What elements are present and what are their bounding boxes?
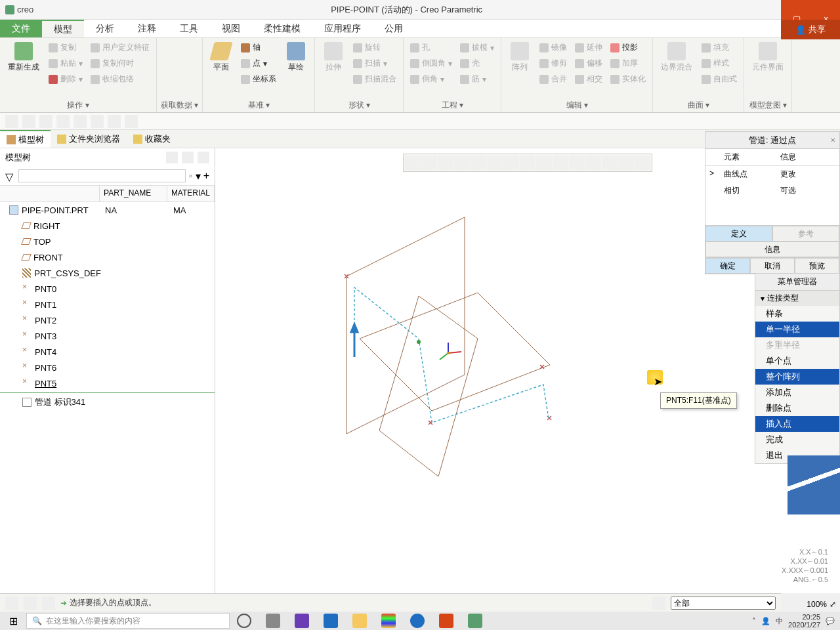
plane-button[interactable]: 平面 [207, 41, 236, 74]
draft-button[interactable]: 拔模 ▾ [457, 41, 497, 54]
tree-row[interactable]: 管道 标识341 [0, 394, 215, 410]
tray-people-icon[interactable]: 👤 [761, 617, 770, 625]
intersect-button[interactable]: 相交 [572, 72, 605, 86]
tree-row[interactable]: PNT2 [0, 312, 215, 328]
info-button[interactable]: 信息 [705, 242, 839, 257]
zoom-fit-icon[interactable]: ⤢ [830, 600, 836, 609]
copy-many-button[interactable]: 复制何时 [88, 56, 152, 70]
tree-row[interactable]: PNT5 [0, 375, 215, 391]
task-edge[interactable] [403, 612, 432, 630]
menu-manager[interactable]: 菜单管理器 ▾连接类型 样条单一半径多重半径单个点整个阵列添加点删除点插入点完成… [755, 273, 840, 464]
tray-notif-icon[interactable]: 💬 [826, 617, 835, 625]
ppt-share-button[interactable]: 👤 共享 [781, 20, 840, 39]
tab-common[interactable]: 公用 [373, 20, 415, 37]
sb-find-icon[interactable] [652, 597, 665, 610]
filter-icon[interactable]: ▽ [5, 171, 16, 181]
menu-item[interactable]: 样条 [755, 306, 839, 322]
tab-flex[interactable]: 柔性建模 [252, 20, 312, 37]
rib-button[interactable]: 筋 ▾ [457, 72, 497, 86]
tab-apps[interactable]: 应用程序 [312, 20, 373, 37]
tree-row[interactable]: PNT6 [0, 360, 215, 375]
preview-button[interactable]: 预览 [795, 258, 839, 274]
qat-new-icon[interactable] [5, 115, 18, 128]
tree-row[interactable]: FRONT [0, 249, 215, 265]
start-button[interactable]: ⊞ [0, 612, 26, 630]
point-button[interactable]: 点 ▾ [238, 56, 279, 70]
mirror-button[interactable]: 镜像 [537, 41, 570, 54]
tree-row[interactable]: PNT0 [0, 281, 215, 297]
menu-item[interactable]: 删除点 [755, 400, 839, 416]
tree-filter-input[interactable] [18, 169, 186, 182]
tree-row[interactable]: TOP [0, 234, 215, 249]
menu-item[interactable]: 插入点 [755, 416, 839, 432]
chamfer-button[interactable]: 倒圆角 ▾ [408, 56, 455, 70]
delete-button[interactable]: 删除 ▾ [46, 72, 85, 86]
task-cortana[interactable] [230, 612, 259, 630]
freestyle-button[interactable]: 自由式 [699, 72, 740, 86]
compintf-button[interactable]: 元件界面 [748, 41, 788, 74]
tree-row[interactable]: PNT4 [0, 344, 215, 360]
tray-ime[interactable]: 中 [776, 616, 783, 626]
tab-annotate[interactable]: 注释 [126, 20, 168, 37]
csys-button[interactable]: 坐标系 [238, 72, 279, 86]
tray-clock[interactable]: 20:25 2020/1/27 [788, 613, 820, 629]
pipe-element-row[interactable]: >曲线点更改 [705, 166, 839, 182]
pattern-button[interactable]: 阵列 [505, 41, 534, 74]
sb-tree-icon[interactable] [5, 597, 18, 610]
merge-button[interactable]: 合并 [537, 72, 570, 86]
menu-item[interactable]: 单一半径 [755, 322, 839, 337]
extrude-button[interactable]: 拉伸 [319, 41, 348, 74]
paste-button[interactable]: 粘贴 ▾ [46, 56, 85, 70]
shell-button[interactable]: 壳 [457, 56, 497, 70]
filter-dropdown-icon[interactable]: ▾ [196, 170, 201, 182]
trim-button[interactable]: 修剪 [537, 56, 570, 70]
qat-regen-icon[interactable] [91, 115, 104, 128]
menu-item[interactable]: 添加点 [755, 385, 839, 400]
axis-button[interactable]: 轴 [238, 41, 279, 54]
task-creo[interactable] [461, 612, 490, 630]
fill-button[interactable]: 填充 [699, 41, 740, 54]
filter-add-icon[interactable]: + [203, 170, 209, 182]
qat-close-icon[interactable] [125, 115, 138, 128]
task-outlook[interactable] [316, 612, 345, 630]
project-button[interactable]: 投影 [608, 41, 648, 54]
solidify-button[interactable]: 实体化 [608, 72, 648, 86]
offset-button[interactable]: 偏移 [572, 56, 605, 70]
task-explorer[interactable] [345, 612, 374, 630]
thicken-button[interactable]: 加厚 [608, 56, 648, 70]
extend-button[interactable]: 延伸 [572, 41, 605, 54]
boundary-button[interactable]: 边界混合 [657, 41, 696, 74]
sweep-button[interactable]: 扫描 ▾ [350, 56, 399, 70]
dialog-close-icon[interactable]: × [830, 135, 835, 145]
pipe-dialog[interactable]: 管道: 通过点 × 元素 信息 >曲线点更改相切可选 定义 参考 信息 确定 取… [705, 131, 840, 274]
tree-list[interactable]: PIPE-POINT.PRTNAMARIGHTTOPFRONTPRT_CSYS_… [0, 202, 215, 593]
tree-settings-icon[interactable] [166, 152, 178, 163]
tab-model[interactable]: 模型 [42, 20, 84, 37]
tab-analysis[interactable]: 分析 [84, 20, 126, 37]
tree-row[interactable]: PNT3 [0, 328, 215, 344]
sb-browser-icon[interactable] [24, 597, 37, 610]
define-button[interactable]: 定义 [705, 226, 772, 242]
hole-button[interactable]: 孔 [408, 41, 455, 54]
sb-panel-icon[interactable] [42, 597, 55, 610]
qat-open-icon[interactable] [22, 115, 35, 128]
tree-display-icon[interactable] [198, 152, 209, 163]
ref-button[interactable]: 参考 [772, 226, 839, 242]
tab-view[interactable]: 视图 [210, 20, 252, 37]
tree-row[interactable]: PRT_CSYS_DEF [0, 265, 215, 281]
nav-tab-modeltree[interactable]: 模型树 [0, 130, 51, 148]
tree-row[interactable]: PNT1 [0, 297, 215, 312]
filter-clear-icon[interactable]: × [188, 172, 192, 180]
tree-row[interactable]: RIGHT [0, 218, 215, 234]
menu-item[interactable]: 完成 [755, 432, 839, 448]
pipe-element-row[interactable]: 相切可选 [705, 182, 839, 199]
task-visualstudio[interactable] [287, 612, 316, 630]
task-taskview[interactable] [259, 612, 287, 630]
menu-item[interactable]: 整个阵列 [755, 369, 839, 385]
regenerate-button[interactable]: 重新生成 [4, 41, 43, 74]
menu-item[interactable]: 单个点 [755, 353, 839, 369]
udf-button[interactable]: 用户定义特征 [88, 41, 152, 54]
qat-undo-icon[interactable] [56, 115, 70, 128]
tab-file[interactable]: 文件 [0, 20, 42, 37]
ok-button[interactable]: 确定 [705, 258, 750, 274]
